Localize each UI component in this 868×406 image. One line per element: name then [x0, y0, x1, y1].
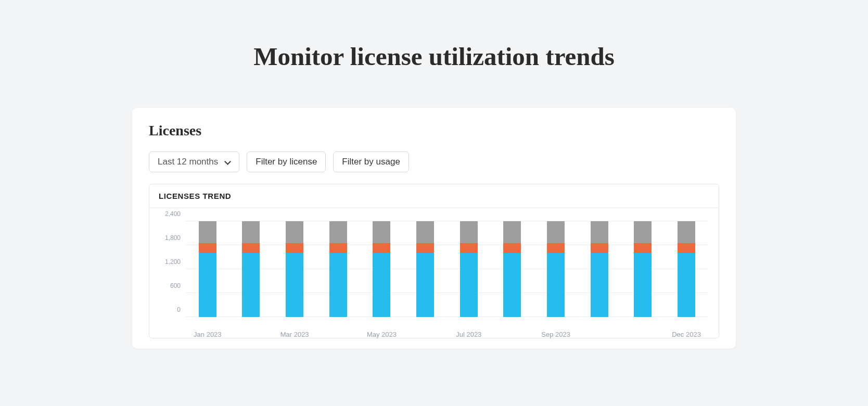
bar-segment — [199, 243, 216, 253]
bar-segment — [678, 221, 695, 243]
bar — [286, 221, 303, 317]
bar-segment — [242, 253, 260, 317]
bar-segment — [634, 243, 652, 253]
bar-segment — [373, 243, 390, 253]
y-axis-tick: 2,400 — [165, 210, 181, 218]
filter-by-license-button[interactable]: Filter by license — [247, 151, 326, 172]
bar-segment — [547, 243, 565, 253]
y-axis-tick: 1,200 — [165, 258, 181, 265]
date-range-dropdown[interactable]: Last 12 months — [149, 151, 239, 172]
chart-panel: LICENSES TREND 06001,2001,8002,400 Jan 2… — [149, 184, 719, 338]
bar — [460, 221, 478, 317]
bar — [199, 221, 216, 317]
bar-segment — [373, 253, 390, 317]
bar-segment — [678, 253, 695, 317]
bar-segment — [591, 221, 608, 243]
bar-segment — [503, 253, 521, 317]
card-title: Licenses — [149, 122, 719, 139]
bar-segment — [286, 253, 303, 317]
bar-segment — [634, 253, 652, 317]
bar-segment — [460, 221, 478, 243]
chevron-down-icon — [224, 159, 231, 165]
bars-row — [186, 221, 708, 317]
bar-segment — [416, 221, 434, 243]
bar-segment — [416, 243, 434, 253]
bar — [547, 221, 565, 317]
licenses-card: Licenses Last 12 months Filter by licens… — [132, 108, 736, 349]
bar-segment — [503, 221, 521, 243]
filter-bar: Last 12 months Filter by license Filter … — [149, 151, 719, 172]
date-range-label: Last 12 months — [158, 157, 218, 167]
bar-segment — [199, 221, 216, 243]
bar — [329, 221, 347, 317]
bar-segment — [373, 221, 390, 243]
bar-segment — [591, 253, 608, 317]
bar-segment — [416, 253, 434, 317]
bar-segment — [242, 243, 260, 253]
bar — [503, 221, 521, 317]
bar-segment — [329, 221, 347, 243]
chart-title: LICENSES TREND — [149, 184, 719, 208]
bar — [678, 221, 695, 317]
bar-segment — [329, 253, 347, 317]
bar — [634, 221, 652, 317]
y-axis-tick: 1,800 — [165, 234, 181, 242]
bar-segment — [678, 243, 695, 253]
bar-segment — [634, 221, 652, 243]
bar-segment — [591, 243, 608, 253]
bar — [416, 221, 434, 317]
bar-segment — [286, 221, 303, 243]
page-title: Monitor license utilization trends — [10, 42, 858, 71]
bar-segment — [286, 243, 303, 253]
bar-segment — [547, 253, 565, 317]
bar — [591, 221, 608, 317]
plot-area: 06001,2001,8002,400 — [186, 221, 708, 317]
bar-segment — [503, 243, 521, 253]
bar-segment — [329, 243, 347, 253]
y-axis-tick: 600 — [170, 282, 181, 289]
filter-by-usage-button[interactable]: Filter by usage — [333, 151, 409, 172]
y-axis-tick: 0 — [177, 306, 181, 313]
bar-segment — [199, 253, 216, 317]
bar-segment — [460, 253, 478, 317]
bar-segment — [547, 221, 565, 243]
bar-segment — [460, 243, 478, 253]
bar — [242, 221, 260, 317]
bar-segment — [242, 221, 260, 243]
chart-body: 06001,2001,8002,400 Jan 2023Mar 2023May … — [149, 208, 719, 338]
bar — [373, 221, 390, 317]
